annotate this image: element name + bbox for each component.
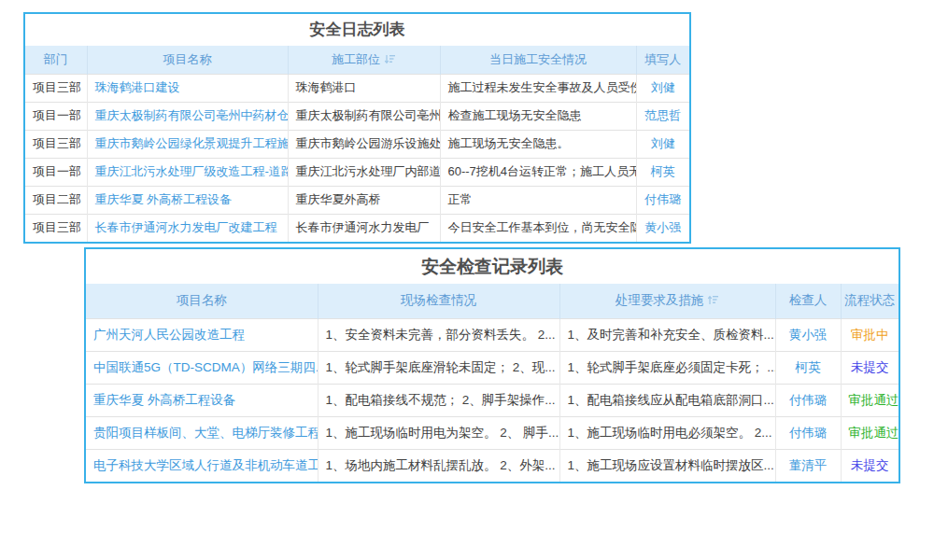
flow-status-badge: 审批通过 [841,384,899,416]
safety-log-table-panel: 安全日志列表 部门 项目名称 施工部位 当日施工安全情况 填写人 项目三部 珠海… [23,12,691,244]
site-inspection-cell: 1、施工现场临时用电为架空。 2、 脚手... [318,416,559,449]
inspector-link[interactable]: 黄小强 [775,318,841,351]
sort-descending-icon [384,54,396,64]
daily-safety-cell: 检查施工现场无安全隐患 [440,102,636,130]
writer-link[interactable]: 柯英 [636,158,689,186]
dept-cell: 项目一部 [25,102,87,130]
inspector-link[interactable]: 付伟璐 [775,384,841,416]
daily-safety-cell: 施工过程未发生安全事故及人员受伤情况 [440,74,636,102]
project-name-link[interactable]: 重庆华夏 外高桥工程设备 [87,186,288,214]
project-name-link[interactable]: 珠海鹤港口建设 [87,74,288,102]
inspector-link[interactable]: 付伟璐 [775,416,841,449]
measures-cell: 1、施工现场临时用电必须架空。 2... [559,416,775,449]
inspection-table-row: 电子科技大学区域人行道及非机动车道工... 1、场地内施工材料乱摆乱放。 2、外… [86,449,899,482]
col-header-inspector: 检查人 [775,284,841,318]
inspection-record-title: 安全检查记录列表 [86,249,899,284]
log-table-row: 项目一部 重庆江北污水处理厂级改造工程-道路... 重庆江北污水处理厂内部道路 … [25,158,689,186]
inspection-record-table-panel: 安全检查记录列表 项目名称 现场检查情况 处理要求及措施 检查人 流程状态 广州… [84,247,900,483]
safety-log-table: 部门 项目名称 施工部位 当日施工安全情况 填写人 项目三部 珠海鹤港口建设 珠… [25,46,689,242]
writer-link[interactable]: 黄小强 [636,214,689,242]
measures-cell: 1、配电箱接线应从配电箱底部洞口... [559,384,775,416]
construction-part-cell: 长春市伊通河水力发电厂 [288,214,440,242]
dept-cell: 项目三部 [25,74,87,102]
log-table-row: 项目三部 长春市伊通河水力发电厂改建工程 长春市伊通河水力发电厂 今日安全工作基… [25,214,689,242]
project-name-link[interactable]: 重庆太极制药有限公司亳州中药材仓... [87,102,288,130]
site-inspection-cell: 1、安全资料未完善，部分资料丢失。 2... [318,318,559,351]
log-table-row: 项目二部 重庆华夏 外高桥工程设备 重庆华夏外高桥 正常 付伟璐 [25,186,689,214]
safety-log-title: 安全日志列表 [25,14,689,46]
col-header-construction-part[interactable]: 施工部位 [288,46,440,74]
sort-ascending-icon [707,295,719,305]
daily-safety-cell: 正常 [440,186,636,214]
site-inspection-cell: 1、配电箱接线不规范； 2、脚手架操作... [318,384,559,416]
col-header-dept: 部门 [25,46,87,74]
inspection-table-row: 广州天河人民公园改造工程 1、安全资料未完善，部分资料丢失。 2... 1、及时… [86,318,899,351]
inspection-table-row: 中国联通5G（TD-SCDMA）网络三期四... 1、轮式脚手架底座滑轮未固定；… [86,351,899,384]
col-header-project-name: 项目名称 [87,46,288,74]
flow-status-badge: 未提交 [841,351,899,384]
dept-cell: 项目一部 [25,158,87,186]
daily-safety-cell: 60--7挖机4台运转正常；施工人员无违... [440,158,636,186]
header-row: 项目名称 现场检查情况 处理要求及措施 检查人 流程状态 [86,284,899,318]
dept-cell: 项目三部 [25,214,87,242]
flow-status-badge: 审批通过 [841,416,899,449]
col-header-flow-status: 流程状态 [841,284,899,318]
writer-link[interactable]: 刘健 [636,130,689,158]
col-header-writer: 填写人 [636,46,689,74]
inspector-link[interactable]: 董清平 [775,449,841,482]
daily-safety-cell: 施工现场无安全隐患。 [440,130,636,158]
project-name-link[interactable]: 重庆华夏 外高桥工程设备 [86,384,318,416]
construction-part-cell: 珠海鹤港口 [288,74,440,102]
col-header-project-name: 项目名称 [86,284,318,318]
dept-cell: 项目三部 [25,130,87,158]
daily-safety-cell: 今日安全工作基本到位，尚无安全隐患... [440,214,636,242]
log-table-row: 项目三部 重庆市鹅岭公园绿化景观提升工程施工 重庆市鹅岭公园游乐设施处 施工现场… [25,130,689,158]
header-row: 部门 项目名称 施工部位 当日施工安全情况 填写人 [25,46,689,74]
col-header-site-inspection: 现场检查情况 [318,284,559,318]
writer-link[interactable]: 付伟璐 [636,186,689,214]
flow-status-badge: 审批中 [841,318,899,351]
measures-cell: 1、轮式脚手架底座必须固定卡死； ... [559,351,775,384]
construction-part-cell: 重庆江北污水处理厂内部道路 [288,158,440,186]
dept-cell: 项目二部 [25,186,87,214]
site-inspection-cell: 1、场地内施工材料乱摆乱放。 2、外架... [318,449,559,482]
log-table-row: 项目三部 珠海鹤港口建设 珠海鹤港口 施工过程未发生安全事故及人员受伤情况 刘健 [25,74,689,102]
construction-part-cell: 重庆市鹅岭公园游乐设施处 [288,130,440,158]
project-name-link[interactable]: 长春市伊通河水力发电厂改建工程 [87,214,288,242]
project-name-link[interactable]: 中国联通5G（TD-SCDMA）网络三期四... [86,351,318,384]
project-name-link[interactable]: 电子科技大学区域人行道及非机动车道工... [86,449,318,482]
project-name-link[interactable]: 重庆江北污水处理厂级改造工程-道路... [87,158,288,186]
inspection-table-row: 贵阳项目样板间、大堂、电梯厅装修工程 1、施工现场临时用电为架空。 2、 脚手.… [86,416,899,449]
measures-cell: 1、施工现场应设置材料临时摆放区... [559,449,775,482]
project-name-link[interactable]: 广州天河人民公园改造工程 [86,318,318,351]
construction-part-cell: 重庆太极制药有限公司亳州... [288,102,440,130]
col-header-daily-safety: 当日施工安全情况 [440,46,636,74]
site-inspection-cell: 1、轮式脚手架底座滑轮未固定； 2、现... [318,351,559,384]
log-table-row: 项目一部 重庆太极制药有限公司亳州中药材仓... 重庆太极制药有限公司亳州...… [25,102,689,130]
project-name-link[interactable]: 重庆市鹅岭公园绿化景观提升工程施工 [87,130,288,158]
measures-cell: 1、及时完善和补充安全、质检资料... [559,318,775,351]
writer-link[interactable]: 刘健 [636,74,689,102]
col-header-measures[interactable]: 处理要求及措施 [559,284,775,318]
construction-part-cell: 重庆华夏外高桥 [288,186,440,214]
writer-link[interactable]: 范思哲 [636,102,689,130]
project-name-link[interactable]: 贵阳项目样板间、大堂、电梯厅装修工程 [86,416,318,449]
inspection-table-row: 重庆华夏 外高桥工程设备 1、配电箱接线不规范； 2、脚手架操作... 1、配电… [86,384,899,416]
inspector-link[interactable]: 柯英 [775,351,841,384]
flow-status-badge: 未提交 [841,449,899,482]
inspection-record-table: 项目名称 现场检查情况 处理要求及措施 检查人 流程状态 广州天河人民公园改造工… [86,284,899,482]
